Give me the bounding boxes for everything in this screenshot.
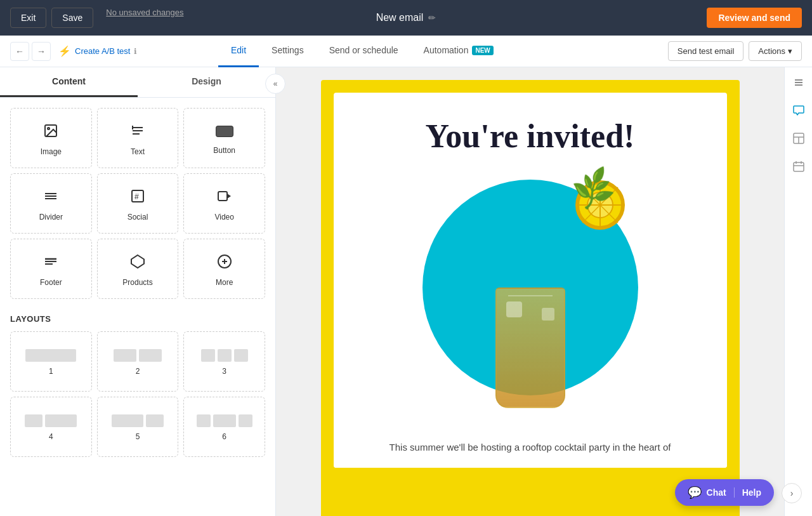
content-item-social[interactable]: # Social bbox=[97, 173, 179, 234]
products-icon bbox=[130, 254, 145, 273]
content-item-footer[interactable]: Footer bbox=[10, 239, 92, 299]
ice-cube bbox=[506, 301, 522, 317]
content-item-video[interactable]: Video bbox=[183, 173, 265, 234]
layout-col bbox=[139, 349, 162, 362]
actions-button[interactable]: Actions ▾ bbox=[749, 41, 802, 61]
layout-col bbox=[197, 414, 211, 427]
chat-widget-label: Chat bbox=[707, 487, 726, 498]
edit-title-icon[interactable]: ✏ bbox=[428, 13, 436, 23]
content-item-text[interactable]: Text bbox=[97, 108, 179, 168]
divider-icon bbox=[43, 189, 58, 208]
help-widget-label: Help bbox=[734, 487, 761, 498]
ab-test-icon: ⚡ bbox=[58, 45, 71, 57]
nav-bar: ← → ⚡ Create A/B test ℹ Edit Settings Se… bbox=[0, 36, 812, 67]
chat-widget[interactable]: 💬 Chat Help bbox=[675, 479, 774, 506]
tab-automation[interactable]: Automation NEW bbox=[411, 36, 506, 67]
text-label: Text bbox=[131, 147, 145, 156]
sidebar-chat-bubbles-icon[interactable] bbox=[789, 100, 809, 121]
layout-preview-3 bbox=[201, 349, 248, 362]
ab-test-button[interactable]: ⚡ Create A/B test ℹ bbox=[58, 45, 137, 57]
social-label: Social bbox=[128, 213, 148, 222]
products-label: Products bbox=[122, 278, 152, 287]
sidebar-calendar-icon[interactable] bbox=[789, 156, 809, 176]
ab-test-label: Create A/B test bbox=[75, 46, 130, 56]
content-item-more[interactable]: More bbox=[183, 239, 265, 299]
email-heading: You're invited! bbox=[334, 93, 727, 167]
button-label: Button bbox=[213, 146, 235, 155]
layout-item-1[interactable]: 1 bbox=[10, 331, 92, 392]
layouts-title: LAYOUTS bbox=[10, 314, 265, 324]
svg-rect-7 bbox=[216, 126, 233, 136]
content-item-button[interactable]: Button bbox=[183, 108, 265, 168]
layout-1-label: 1 bbox=[49, 367, 53, 376]
undo-button[interactable]: ← bbox=[10, 42, 29, 61]
email-canvas: You're invited! bbox=[276, 67, 784, 516]
layout-item-6[interactable]: 6 bbox=[183, 397, 265, 457]
content-item-products[interactable]: Products bbox=[97, 239, 179, 299]
email-text-section: This summer we'll be hosting a rooftop c… bbox=[334, 427, 727, 468]
unsaved-changes[interactable]: No unsaved changes bbox=[106, 8, 183, 28]
layout-6-label: 6 bbox=[222, 432, 226, 441]
more-icon bbox=[217, 254, 232, 273]
panel-tabs: Content Design bbox=[0, 67, 275, 98]
glass-shine bbox=[508, 295, 553, 296]
layout-item-4[interactable]: 4 bbox=[10, 397, 92, 457]
actions-chevron-icon: ▾ bbox=[788, 46, 792, 56]
tab-content[interactable]: Content bbox=[0, 67, 138, 97]
layout-col bbox=[201, 349, 215, 362]
layout-item-2[interactable]: 2 bbox=[97, 331, 179, 392]
main-layout: « Content Design Image Text bbox=[0, 67, 812, 516]
nav-bar-left: ← → ⚡ Create A/B test ℹ bbox=[10, 42, 137, 61]
layout-col bbox=[25, 349, 76, 362]
image-icon bbox=[43, 123, 58, 142]
collapse-panel-button[interactable]: « bbox=[265, 74, 285, 94]
tab-send-schedule[interactable]: Send or schedule bbox=[317, 36, 411, 67]
video-label: Video bbox=[214, 213, 233, 222]
footer-label: Footer bbox=[40, 278, 62, 287]
content-item-divider[interactable]: Divider bbox=[10, 173, 92, 234]
right-sidebar bbox=[784, 67, 812, 516]
sidebar-expand-icon[interactable] bbox=[789, 72, 809, 93]
layout-4-label: 4 bbox=[49, 432, 53, 441]
layout-col bbox=[114, 349, 136, 362]
layouts-grid: 1 2 3 bbox=[10, 331, 265, 457]
scroll-right-button[interactable]: › bbox=[782, 483, 802, 503]
send-test-email-button[interactable]: Send test email bbox=[668, 41, 744, 61]
layout-item-3[interactable]: 3 bbox=[183, 331, 265, 392]
layout-col bbox=[25, 414, 43, 427]
layout-preview-5 bbox=[112, 414, 164, 427]
tab-edit[interactable]: Edit bbox=[218, 36, 259, 67]
social-icon: # bbox=[130, 189, 145, 208]
svg-rect-13 bbox=[218, 192, 227, 201]
svg-point-1 bbox=[48, 128, 49, 129]
layout-preview-2 bbox=[114, 349, 162, 362]
ice-cube bbox=[542, 308, 554, 321]
tab-design[interactable]: Design bbox=[138, 67, 275, 97]
layout-preview-1 bbox=[25, 349, 76, 362]
exit-button[interactable]: Exit bbox=[10, 8, 46, 28]
svg-marker-18 bbox=[131, 255, 144, 268]
glass-body bbox=[495, 288, 565, 408]
review-and-send-button[interactable]: Review and send bbox=[707, 8, 802, 28]
svg-marker-14 bbox=[227, 194, 231, 199]
top-bar: Exit Save No unsaved changes New email ✏… bbox=[0, 0, 812, 36]
save-button[interactable]: Save bbox=[51, 8, 93, 28]
sidebar-layout-icon[interactable] bbox=[789, 128, 809, 149]
layout-col bbox=[213, 414, 236, 427]
top-bar-center: New email ✏ bbox=[376, 12, 436, 23]
more-label: More bbox=[216, 278, 233, 287]
button-icon bbox=[216, 124, 233, 141]
footer-icon bbox=[43, 254, 58, 273]
layout-item-5[interactable]: 5 bbox=[97, 397, 179, 457]
video-icon bbox=[217, 189, 232, 208]
layout-5-label: 5 bbox=[136, 432, 140, 441]
chat-widget-icon: 💬 bbox=[688, 486, 702, 499]
layout-3-label: 3 bbox=[222, 367, 226, 376]
email-body-text: This summer we'll be hosting a rooftop c… bbox=[353, 440, 708, 455]
redo-button[interactable]: → bbox=[32, 42, 51, 61]
top-bar-left: Exit Save No unsaved changes bbox=[10, 8, 183, 28]
content-item-image[interactable]: Image bbox=[10, 108, 92, 168]
tab-settings[interactable]: Settings bbox=[259, 36, 317, 67]
top-bar-right: Review and send bbox=[707, 8, 802, 28]
email-body: You're invited! bbox=[321, 80, 740, 516]
